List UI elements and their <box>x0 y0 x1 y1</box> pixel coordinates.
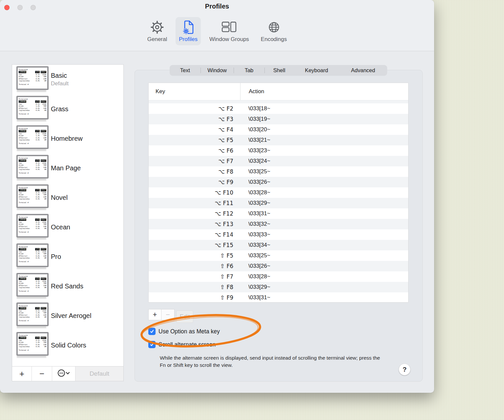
table-row[interactable]: ⌥ F15 \033[34~ <box>149 240 408 250</box>
toolbar-item-window-groups[interactable]: Window Groups <box>206 17 252 45</box>
key-cell: ⌥ F4 <box>149 126 233 133</box>
add-mapping-button[interactable]: + <box>148 309 161 320</box>
option-meta-checkbox[interactable] <box>148 328 156 335</box>
table-row[interactable]: ⌥ F10 \033[28~ <box>149 187 408 198</box>
key-mapping-table[interactable]: Key Action ⌥ F2 \033[18~ ⌥ F3 \033[19~ ⌥… <box>148 83 409 303</box>
set-default-button[interactable]: Default <box>75 367 123 381</box>
profile-list-item[interactable]: Terminal# COMMAND %CPU RPRVT <box>12 301 123 330</box>
profile-name: Pro <box>51 253 61 261</box>
scroll-alternate-checkbox[interactable] <box>148 341 156 348</box>
remove-profile-button[interactable]: − <box>32 367 52 381</box>
table-rows: ⌥ F2 \033[18~ ⌥ F3 \033[19~ ⌥ F4 \033[20… <box>149 103 408 303</box>
profile-list-item[interactable]: Terminal# COMMAND %CPU RPRVT <box>12 330 123 360</box>
mapping-list-buttons: + − <box>148 309 175 320</box>
key-cell: ⌥ F2 <box>149 105 233 112</box>
toolbar-item-general[interactable]: General <box>144 17 170 45</box>
profile-tab[interactable]: Advanced <box>339 65 387 76</box>
profile-name: Grass <box>51 105 68 113</box>
profile-thumbnail: Terminal# COMMAND %CPU RPRVT <box>17 126 47 152</box>
action-cell: \033[26~ <box>248 179 270 185</box>
table-row[interactable]: ⇧ F7 \033[28~ <box>149 271 408 282</box>
table-row[interactable]: ⌥ F11 \033[29~ <box>149 198 408 208</box>
thumbnail-reflection <box>17 179 46 181</box>
preferences-window: Profiles <box>0 0 434 393</box>
table-row[interactable]: ⌥ F5 \033[21~ <box>149 135 408 145</box>
table-row[interactable]: ⇧ F6 \033[26~ <box>149 261 408 271</box>
remove-mapping-button[interactable]: − <box>161 309 175 320</box>
help-button[interactable]: ? <box>399 364 410 375</box>
thumbnail-reflection <box>17 238 46 240</box>
profile-list-item[interactable]: Terminal# COMMAND %CPU RPRVT <box>12 183 123 212</box>
action-cell: \033[34~ <box>248 242 270 248</box>
key-cell: ⌥ F13 <box>149 221 233 227</box>
profile-thumbnail: Terminal# COMMAND %CPU RPRVT <box>17 155 47 181</box>
table-row[interactable]: ⌥ F9 \033[26~ <box>149 177 408 187</box>
key-cell: ⇧ F9 <box>149 294 233 301</box>
profile-tab[interactable]: Tab <box>234 65 264 76</box>
key-cell: ⇧ F6 <box>149 263 233 269</box>
profile-list-item[interactable]: Terminal# COMMAND %CPU RPRVT <box>12 153 123 183</box>
tab-label: Text <box>180 67 190 74</box>
key-cell: ⌥ F5 <box>149 137 233 143</box>
table-row[interactable]: ⌥ F13 \033[32~ <box>149 219 408 229</box>
desktop-background: Profiles <box>0 0 504 420</box>
table-row[interactable]: ⇧ F8 \033[29~ <box>149 282 408 292</box>
key-cell: ⇧ F5 <box>149 252 233 259</box>
action-cell: \033[25~ <box>248 252 270 259</box>
action-cell: \033[29~ <box>248 284 270 290</box>
toolbar-item-encodings[interactable]: Encodings <box>258 17 290 45</box>
key-cell: ⌥ F3 <box>149 116 233 122</box>
key-cell: ⌥ F9 <box>149 179 233 185</box>
column-header-key[interactable]: Key <box>149 88 240 95</box>
table-row[interactable]: ⌥ F2 \033[18~ <box>149 103 408 114</box>
scroll-alternate-label[interactable]: Scroll alternate screen <box>158 341 216 348</box>
column-header-action[interactable]: Action <box>241 88 264 95</box>
profile-list-item[interactable]: Terminal# COMMAND %CPU RPRVT <box>12 271 123 301</box>
profile-thumbnail: Terminal# COMMAND %CPU RPRVT <box>17 303 47 329</box>
action-cell: \033[29~ <box>248 200 270 206</box>
add-profile-button[interactable]: + <box>12 367 32 381</box>
table-row[interactable]: ⌥ F14 \033[33~ <box>149 229 408 240</box>
option-meta-label[interactable]: Use Option as Meta key <box>158 328 220 335</box>
thumbnail-reflection <box>17 356 46 358</box>
profiles-sidebar: Terminal# COMMAND %CPU RPRVT <box>12 64 124 381</box>
toolbar-item-label: Profiles <box>179 36 198 43</box>
gear-icon <box>150 19 165 35</box>
key-cell: ⌥ F15 <box>149 242 233 248</box>
profile-list-item[interactable]: Terminal# COMMAND %CPU RPRVT <box>12 242 123 271</box>
table-row[interactable]: ⌥ F12 \033[31~ <box>149 208 408 219</box>
action-cell: \033[33~ <box>248 231 270 238</box>
profile-thumbnail: Terminal# COMMAND %CPU RPRVT <box>17 273 47 299</box>
action-cell: \033[25~ <box>248 168 270 175</box>
more-options-icon <box>57 369 70 379</box>
profile-tab[interactable]: Shell <box>264 65 294 76</box>
profile-list-item[interactable]: Terminal# COMMAND %CPU RPRVT <box>12 94 123 124</box>
table-row[interactable]: ⌥ F7 \033[24~ <box>149 156 408 166</box>
table-row[interactable]: ⇧ F9 \033[31~ <box>149 292 408 303</box>
profile-tab[interactable]: Window <box>200 65 234 76</box>
table-row[interactable]: ⌥ F8 \033[25~ <box>149 166 408 177</box>
more-options-button[interactable] <box>52 367 75 381</box>
profile-doc-icon <box>180 19 196 35</box>
table-row[interactable]: ⌥ F4 \033[20~ <box>149 124 408 135</box>
toolbar-item-profiles[interactable]: Profiles <box>176 17 201 45</box>
profile-name: Man Page <box>51 164 81 172</box>
profile-list-item[interactable]: Terminal# COMMAND %CPU RPRVT <box>12 124 123 153</box>
profile-list-item[interactable]: Terminal# COMMAND %CPU RPRVT <box>12 65 123 94</box>
action-cell: \033[18~ <box>248 105 270 112</box>
profile-list-item[interactable]: Terminal# COMMAND %CPU RPRVT <box>12 212 123 242</box>
profile-tab[interactable]: Keyboard <box>294 65 339 76</box>
profile-tab[interactable]: Text <box>170 65 200 76</box>
table-row[interactable]: ⌥ F3 \033[19~ <box>149 114 408 124</box>
table-row[interactable]: ⌥ F6 \033[23~ <box>149 145 408 156</box>
key-cell: ⌥ F8 <box>149 168 233 175</box>
table-row[interactable]: ⇧ F5 \033[25~ <box>149 250 408 261</box>
thumbnail-reflection <box>17 208 46 211</box>
thumbnail-reflection <box>17 326 46 329</box>
scroll-alternate-help-text: While the alternate screen is displayed,… <box>160 354 380 368</box>
action-cell: \033[24~ <box>248 158 270 164</box>
edit-mapping-button[interactable]: Edit <box>176 310 193 323</box>
profile-name: Ocean <box>51 223 70 231</box>
action-cell: \033[31~ <box>248 294 270 301</box>
action-cell: \033[26~ <box>248 263 270 269</box>
